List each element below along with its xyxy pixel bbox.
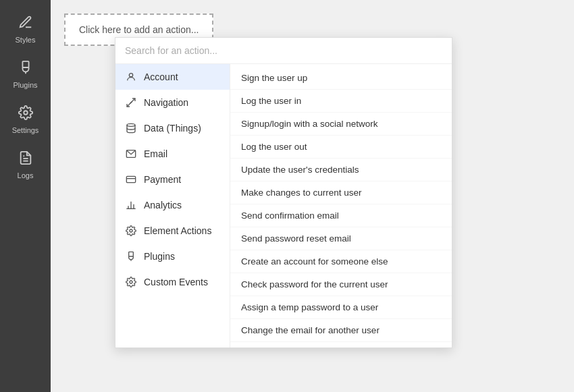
- svg-point-5: [129, 74, 132, 77]
- sidebar-label-settings: Settings: [12, 126, 39, 134]
- action-item[interactable]: Send password reset email: [230, 227, 452, 250]
- action-item[interactable]: Send confirmation email: [230, 204, 452, 227]
- analytics-icon: [125, 199, 137, 211]
- action-item[interactable]: Make changes to current user: [230, 181, 452, 204]
- category-label-custom-events: Custom Events: [144, 277, 208, 287]
- svg-point-2: [24, 111, 28, 115]
- action-item[interactable]: Assign a temp password to a user: [230, 296, 452, 319]
- sidebar-label-styles: Styles: [16, 36, 36, 44]
- sidebar-item-logs[interactable]: Logs: [0, 142, 51, 188]
- action-dropdown: Account Navigation: [115, 37, 452, 348]
- action-item[interactable]: Log the user out: [230, 136, 452, 159]
- action-item[interactable]: Create an account for someone else: [230, 250, 452, 273]
- navigation-icon: [125, 96, 137, 109]
- search-input[interactable]: [125, 45, 442, 56]
- payment-icon: [125, 173, 137, 186]
- element-actions-icon: [125, 225, 137, 237]
- category-item-email[interactable]: Email: [115, 141, 230, 167]
- sidebar-item-styles[interactable]: Styles: [0, 7, 51, 52]
- svg-rect-15: [129, 252, 134, 256]
- category-item-element-actions[interactable]: Element Actions: [115, 218, 230, 244]
- plugins-sidebar-icon: [125, 250, 137, 262]
- sidebar: Styles Plugins Settings Logs: [0, 0, 51, 392]
- svg-point-17: [130, 281, 132, 283]
- action-item[interactable]: Log the user in: [230, 90, 452, 113]
- category-item-custom-events[interactable]: Custom Events: [115, 269, 230, 295]
- category-label-payment: Payment: [144, 174, 181, 185]
- category-label-account: Account: [144, 72, 178, 82]
- category-item-navigation[interactable]: Navigation: [115, 90, 230, 115]
- category-item-analytics[interactable]: Analytics: [115, 192, 230, 218]
- category-list: Account Navigation: [115, 64, 230, 347]
- sidebar-item-plugins[interactable]: Plugins: [0, 52, 51, 97]
- email-icon: [125, 148, 137, 160]
- search-bar: [115, 38, 452, 64]
- custom-events-icon: [125, 276, 137, 288]
- action-item[interactable]: Change the email for another user: [230, 319, 452, 342]
- action-list: Sign the user upLog the user inSignup/lo…: [230, 64, 452, 347]
- category-label-email: Email: [144, 148, 167, 159]
- category-label-element-actions: Element Actions: [144, 225, 211, 236]
- category-label-plugins: Plugins: [144, 251, 175, 262]
- category-label-data: Data (Things): [144, 123, 201, 134]
- logs-icon: [18, 150, 33, 169]
- category-item-payment[interactable]: Payment: [115, 167, 230, 192]
- svg-rect-8: [126, 176, 135, 182]
- styles-icon: [18, 15, 33, 33]
- svg-rect-0: [22, 61, 28, 67]
- account-icon: [125, 71, 137, 83]
- category-label-navigation: Navigation: [144, 97, 188, 108]
- category-item-data[interactable]: Data (Things): [115, 115, 230, 141]
- settings-icon: [18, 105, 33, 123]
- action-item[interactable]: Sign the user up: [230, 67, 452, 90]
- action-item[interactable]: Log out other user's sessions: [230, 342, 452, 347]
- category-item-account[interactable]: Account: [115, 64, 230, 90]
- action-item[interactable]: Update the user's credentials: [230, 159, 452, 181]
- sidebar-label-plugins: Plugins: [13, 81, 37, 89]
- sidebar-label-logs: Logs: [18, 171, 34, 179]
- plugins-icon: [18, 60, 33, 78]
- data-icon: [125, 122, 137, 134]
- svg-point-14: [130, 229, 132, 232]
- sidebar-item-settings[interactable]: Settings: [0, 97, 51, 142]
- action-item[interactable]: Check password for the current user: [230, 273, 452, 296]
- category-label-analytics: Analytics: [144, 200, 182, 211]
- dropdown-body: Account Navigation: [115, 64, 452, 347]
- action-item[interactable]: Signup/login with a social network: [230, 113, 452, 136]
- svg-point-6: [127, 123, 135, 126]
- category-item-plugins[interactable]: Plugins: [115, 244, 230, 269]
- main-area: Click here to add an action... Account: [51, 0, 574, 392]
